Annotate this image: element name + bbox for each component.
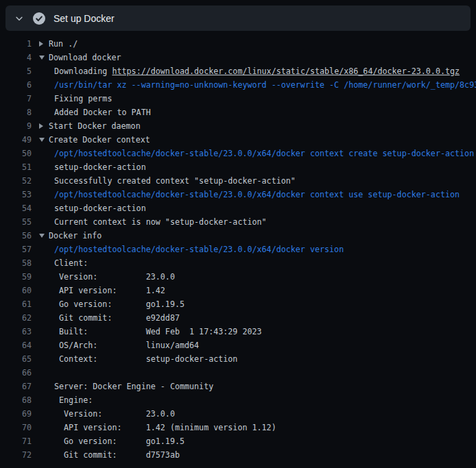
log-text: Built: Wed Feb 1 17:43:29 2023 <box>32 325 262 338</box>
triangle-right-icon[interactable] <box>39 41 46 47</box>
line-number[interactable]: 1 <box>0 37 32 51</box>
line-number[interactable]: 59 <box>0 270 32 284</box>
line-number[interactable]: 51 <box>0 160 32 174</box>
log-text: Server: Docker Engine - Community <box>32 380 213 393</box>
log-text: Successfully created context "setup-dock… <box>32 174 296 188</box>
log-row: 68 Engine: <box>0 393 476 407</box>
line-number[interactable]: 50 <box>0 147 32 160</box>
log-text: Version: 23.0.0 <box>32 407 175 421</box>
line-number[interactable]: 6 <box>0 78 32 92</box>
log-row: 54setup-docker-action <box>0 201 476 215</box>
log-text-prefix: Downloading <box>54 66 112 76</box>
log-row: 67Server: Docker Engine - Community <box>0 380 476 393</box>
line-number[interactable]: 60 <box>0 284 32 297</box>
step-header[interactable]: Set up Docker <box>5 5 471 31</box>
log-row: 53/opt/hostedtoolcache/docker-stable/23.… <box>0 188 476 201</box>
log-row: 65 Context: setup-docker-action <box>0 352 476 366</box>
line-number[interactable]: 61 <box>0 297 32 311</box>
log-group-row[interactable]: 9Start Docker daemon <box>0 119 476 133</box>
page: { "header": { "title": "Set up Docker", … <box>0 0 476 468</box>
group-title: Docker info <box>49 229 102 243</box>
log-row: 62 Git commit: e92dd87 <box>0 311 476 325</box>
log-text: API version: 1.42 (minimum version 1.12) <box>32 421 276 434</box>
group-title: Create Docker context <box>49 133 150 147</box>
log-group-row[interactable]: 1Run ./ <box>0 37 476 51</box>
log-row: 8Added Docker to PATH <box>0 106 476 119</box>
line-number[interactable]: 53 <box>0 188 32 201</box>
triangle-right-icon[interactable] <box>39 123 46 129</box>
step-title: Set up Docker <box>53 13 115 24</box>
group-title: Start Docker daemon <box>49 119 141 133</box>
triangle-down-icon[interactable] <box>39 234 46 238</box>
log-row: 72 Git commit: d7573ab <box>0 448 476 462</box>
log-row: 5Downloading https://download.docker.com… <box>0 64 476 78</box>
chevron-down-icon[interactable] <box>14 14 24 23</box>
log-text: Client: <box>32 256 88 270</box>
line-number[interactable]: 49 <box>0 133 32 147</box>
log-row: 51setup-docker-action <box>0 160 476 174</box>
line-number[interactable]: 8 <box>0 106 32 119</box>
line-number[interactable]: 67 <box>0 380 32 393</box>
log-row: 52Successfully created context "setup-do… <box>0 174 476 188</box>
line-number[interactable]: 55 <box>0 215 32 229</box>
line-number[interactable]: 71 <box>0 434 32 448</box>
log-text: Current context is now "setup-docker-act… <box>32 215 267 229</box>
log-row: 57/opt/hostedtoolcache/docker-stable/23.… <box>0 243 476 256</box>
line-number[interactable]: 70 <box>0 421 32 434</box>
log-text: Git commit: d7573ab <box>32 448 180 462</box>
log-row: 60 API version: 1.42 <box>0 284 476 297</box>
log-group-row[interactable]: 49Create Docker context <box>0 133 476 147</box>
line-number[interactable]: 5 <box>0 64 32 78</box>
log-row: 64 OS/Arch: linux/amd64 <box>0 338 476 352</box>
line-number[interactable]: 63 <box>0 325 32 338</box>
log-command-text: /opt/hostedtoolcache/docker-stable/23.0.… <box>32 243 344 256</box>
group-title: Run ./ <box>49 37 78 51</box>
log-text: Context: setup-docker-action <box>32 352 237 366</box>
line-number[interactable]: 52 <box>0 174 32 188</box>
line-number[interactable]: 62 <box>0 311 32 325</box>
log-command-text: /opt/hostedtoolcache/docker-stable/23.0.… <box>32 147 474 160</box>
log-row: 50/opt/hostedtoolcache/docker-stable/23.… <box>0 147 476 160</box>
log-row: 61 Go version: go1.19.5 <box>0 297 476 311</box>
log-text: Go version: go1.19.5 <box>32 434 185 448</box>
triangle-down-icon[interactable] <box>39 56 46 60</box>
log-text: Fixing perms <box>32 92 112 106</box>
log-text: setup-docker-action <box>32 201 146 215</box>
log-command-text: /opt/hostedtoolcache/docker-stable/23.0.… <box>32 188 460 201</box>
log-row: 55Current context is now "setup-docker-a… <box>0 215 476 229</box>
log-text: OS/Arch: linux/amd64 <box>32 338 199 352</box>
log-text: Engine: <box>32 393 93 407</box>
line-number[interactable]: 64 <box>0 338 32 352</box>
line-number[interactable]: 72 <box>0 448 32 462</box>
log-text: Git commit: e92dd87 <box>32 311 180 325</box>
line-number[interactable]: 65 <box>0 352 32 366</box>
line-number[interactable]: 54 <box>0 201 32 215</box>
line-number[interactable]: 68 <box>0 393 32 407</box>
log-text: Version: 23.0.0 <box>32 270 175 284</box>
log-url-link[interactable]: https://download.docker.com/linux/static… <box>112 66 460 76</box>
log-text: API version: 1.42 <box>32 284 165 297</box>
line-number[interactable]: 66 <box>0 366 32 380</box>
group-title: Download docker <box>49 51 121 64</box>
log-text: setup-docker-action <box>32 160 146 174</box>
line-number[interactable]: 4 <box>0 51 32 64</box>
line-number[interactable]: 57 <box>0 243 32 256</box>
log-group-row[interactable]: 4Download docker <box>0 51 476 64</box>
log-group-row[interactable]: 56Docker info <box>0 229 476 243</box>
log-row: 59 Version: 23.0.0 <box>0 270 476 284</box>
log-row: 69 Version: 23.0.0 <box>0 407 476 421</box>
line-number[interactable]: 9 <box>0 119 32 133</box>
triangle-down-icon[interactable] <box>39 138 46 142</box>
log-text: Added Docker to PATH <box>32 106 151 119</box>
line-number[interactable]: 56 <box>0 229 32 243</box>
check-circle-icon <box>33 12 45 25</box>
log-text: Go version: go1.19.5 <box>32 297 185 311</box>
log-row: 7Fixing perms <box>0 92 476 106</box>
log-row: 6/usr/bin/tar xz --warning=no-unknown-ke… <box>0 78 476 92</box>
log-container: 1Run ./4Download docker5Downloading http… <box>0 31 476 462</box>
log-row: 71 Go version: go1.19.5 <box>0 434 476 448</box>
line-number[interactable]: 7 <box>0 92 32 106</box>
line-number[interactable]: 58 <box>0 256 32 270</box>
log-row: 58Client: <box>0 256 476 270</box>
line-number[interactable]: 69 <box>0 407 32 421</box>
